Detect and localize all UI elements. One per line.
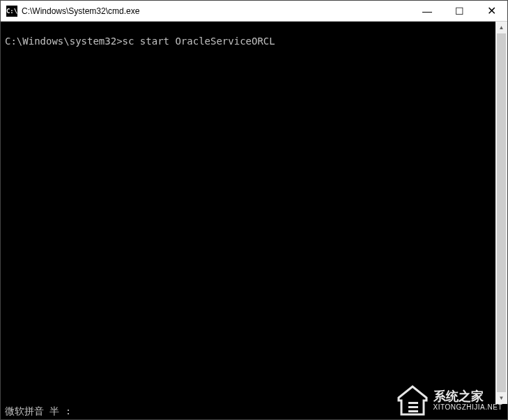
window-title: C:\Windows\System32\cmd.exe — [22, 6, 411, 16]
cmd-icon-label: C:\ — [6, 8, 17, 15]
watermark-text: 系统之家 XITONGZHIJIA.NET — [433, 390, 503, 412]
svg-rect-0 — [408, 402, 418, 404]
ime-status-text: 微软拼音 半 : — [5, 405, 71, 418]
minimize-button[interactable]: — — [411, 1, 443, 21]
titlebar[interactable]: C:\ C:\Windows\System32\cmd.exe — ☐ ✕ — [1, 1, 507, 22]
scrollbar-thumb[interactable] — [497, 33, 506, 392]
cmd-icon: C:\ — [6, 6, 17, 17]
prompt-text: C:\Windows\system32> — [5, 36, 123, 47]
terminal-area: C:\Windows\system32>sc start OracleServi… — [1, 22, 507, 404]
svg-rect-1 — [408, 406, 418, 408]
svg-rect-2 — [408, 410, 418, 412]
scrollbar-track[interactable] — [495, 33, 507, 392]
watermark-title: 系统之家 — [433, 390, 503, 404]
window-controls: — ☐ ✕ — [411, 1, 507, 21]
vertical-scrollbar[interactable]: ▲ ▼ — [495, 22, 507, 404]
scroll-up-arrow-icon[interactable]: ▲ — [495, 22, 507, 33]
cmd-window: C:\ C:\Windows\System32\cmd.exe — ☐ ✕ C:… — [0, 0, 508, 420]
maximize-button[interactable]: ☐ — [443, 1, 475, 21]
command-text: sc start OracleServiceORCL — [123, 36, 275, 47]
terminal-output[interactable]: C:\Windows\system32>sc start OracleServi… — [1, 22, 495, 404]
close-button[interactable]: ✕ — [475, 1, 507, 21]
house-icon — [396, 385, 429, 416]
watermark: 系统之家 XITONGZHIJIA.NET — [396, 385, 503, 416]
watermark-subtitle: XITONGZHIJIA.NET — [433, 403, 503, 411]
